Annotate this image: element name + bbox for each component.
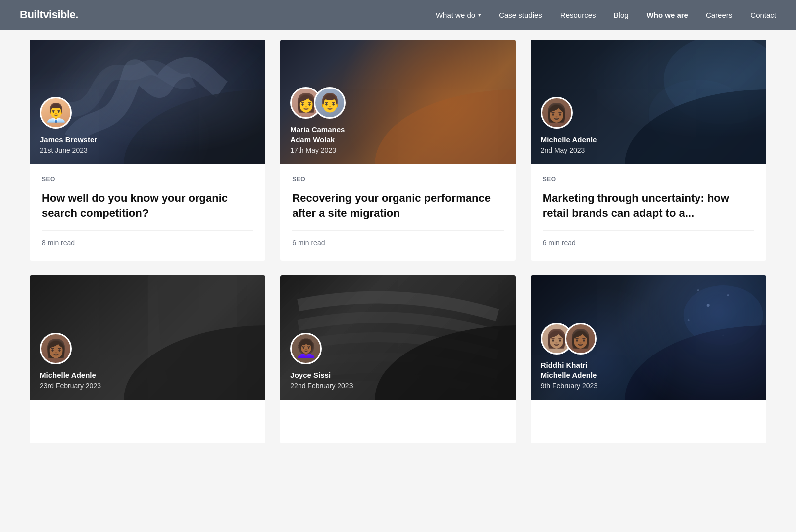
author-name: Riddhi Khatri bbox=[541, 360, 756, 370]
nav-case-studies[interactable]: Case studies bbox=[499, 11, 542, 19]
avatar bbox=[314, 87, 346, 119]
card-grid-row1: James Brewster 21st June 2023 SEO How we… bbox=[30, 40, 766, 261]
nav-resources[interactable]: Resources bbox=[560, 11, 596, 19]
author-date: 9th February 2023 bbox=[541, 382, 756, 390]
card-overlay: Michelle Adenle 2nd May 2023 bbox=[531, 87, 766, 165]
card-image: Joyce Sissi 22nd February 2023 bbox=[280, 275, 515, 400]
card-read-time: 6 min read bbox=[543, 230, 754, 247]
avatar-group bbox=[40, 97, 255, 129]
nav-blog[interactable]: Blog bbox=[614, 11, 629, 19]
author-date: 17th May 2023 bbox=[290, 146, 505, 154]
card-overlay: James Brewster 21st June 2023 bbox=[30, 87, 265, 165]
avatar-group bbox=[541, 97, 756, 129]
card-read-time: 8 min read bbox=[42, 230, 253, 247]
avatar-group bbox=[290, 333, 505, 364]
card-body bbox=[531, 400, 766, 443]
card-body bbox=[280, 400, 515, 443]
author-date: 21st June 2023 bbox=[40, 146, 255, 154]
card-overlay: Joyce Sissi 22nd February 2023 bbox=[280, 323, 515, 400]
blog-card[interactable]: James Brewster 21st June 2023 SEO How we… bbox=[30, 40, 265, 261]
card-grid-row2: Michelle Adenle 23rd February 2023 bbox=[30, 275, 766, 443]
card-body: SEO How well do you know your organic se… bbox=[30, 164, 265, 261]
author-name-2: Adam Wolak bbox=[290, 135, 505, 145]
nav-contact[interactable]: Contact bbox=[750, 11, 776, 19]
card-title: How well do you know your organic search… bbox=[42, 191, 253, 220]
card-image: James Brewster 21st June 2023 bbox=[30, 40, 265, 164]
card-overlay: Riddhi Khatri Michelle Adenle 9th Februa… bbox=[531, 313, 766, 400]
card-category: SEO bbox=[42, 176, 253, 183]
card-image: Riddhi Khatri Michelle Adenle 9th Februa… bbox=[531, 275, 766, 400]
main-content: James Brewster 21st June 2023 SEO How we… bbox=[0, 30, 796, 478]
card-overlay: Michelle Adenle 23rd February 2023 bbox=[30, 323, 265, 400]
blog-card[interactable]: Riddhi Khatri Michelle Adenle 9th Februa… bbox=[531, 275, 766, 443]
svg-point-4 bbox=[727, 294, 729, 296]
card-category: SEO bbox=[543, 176, 754, 183]
nav-who-we-are[interactable]: Who we are bbox=[647, 11, 688, 19]
blog-card[interactable]: Joyce Sissi 22nd February 2023 bbox=[280, 275, 515, 443]
author-name: Michelle Adenle bbox=[541, 135, 756, 145]
avatar-group bbox=[290, 87, 505, 119]
avatar-group bbox=[40, 333, 255, 364]
avatar bbox=[290, 333, 322, 364]
chevron-down-icon: ▾ bbox=[478, 12, 481, 18]
blog-card[interactable]: Michelle Adenle 23rd February 2023 bbox=[30, 275, 265, 443]
nav-links: What we do ▾ Case studies Resources Blog… bbox=[436, 11, 776, 19]
author-date: 2nd May 2023 bbox=[541, 146, 756, 154]
card-title: Marketing through uncertainty: how retai… bbox=[543, 191, 754, 220]
svg-point-3 bbox=[706, 304, 709, 307]
card-image: Maria Camanes Adam Wolak 17th May 2023 bbox=[280, 40, 515, 164]
avatar-group bbox=[541, 323, 756, 355]
author-name-2: Michelle Adenle bbox=[541, 370, 756, 380]
avatar bbox=[541, 97, 573, 129]
nav-careers[interactable]: Careers bbox=[706, 11, 732, 19]
card-image: Michelle Adenle 23rd February 2023 bbox=[30, 275, 265, 400]
card-title: Recovering your organic performance afte… bbox=[292, 191, 503, 220]
card-body: SEO Marketing through uncertainty: how r… bbox=[531, 164, 766, 261]
blog-card[interactable]: Maria Camanes Adam Wolak 17th May 2023 S… bbox=[280, 40, 515, 261]
logo[interactable]: Builtvisible. bbox=[20, 8, 78, 21]
svg-point-7 bbox=[697, 289, 699, 291]
avatar bbox=[40, 333, 72, 364]
avatar bbox=[565, 323, 597, 355]
author-name: James Brewster bbox=[40, 135, 255, 145]
author-name: Maria Camanes bbox=[290, 125, 505, 135]
card-image: Michelle Adenle 2nd May 2023 bbox=[531, 40, 766, 164]
blog-card[interactable]: Michelle Adenle 2nd May 2023 SEO Marketi… bbox=[531, 40, 766, 261]
nav-what-we-do[interactable]: What we do ▾ bbox=[436, 11, 481, 19]
card-read-time: 6 min read bbox=[292, 230, 503, 247]
card-body bbox=[30, 400, 265, 443]
card-category: SEO bbox=[292, 176, 503, 183]
author-name: Michelle Adenle bbox=[40, 370, 255, 380]
author-name: Joyce Sissi bbox=[290, 370, 505, 380]
card-body: SEO Recovering your organic performance … bbox=[280, 164, 515, 261]
avatar bbox=[40, 97, 72, 129]
navigation: Builtvisible. What we do ▾ Case studies … bbox=[0, 0, 796, 30]
card-overlay: Maria Camanes Adam Wolak 17th May 2023 bbox=[280, 77, 515, 164]
author-date: 22nd February 2023 bbox=[290, 382, 505, 390]
author-date: 23rd February 2023 bbox=[40, 382, 255, 390]
